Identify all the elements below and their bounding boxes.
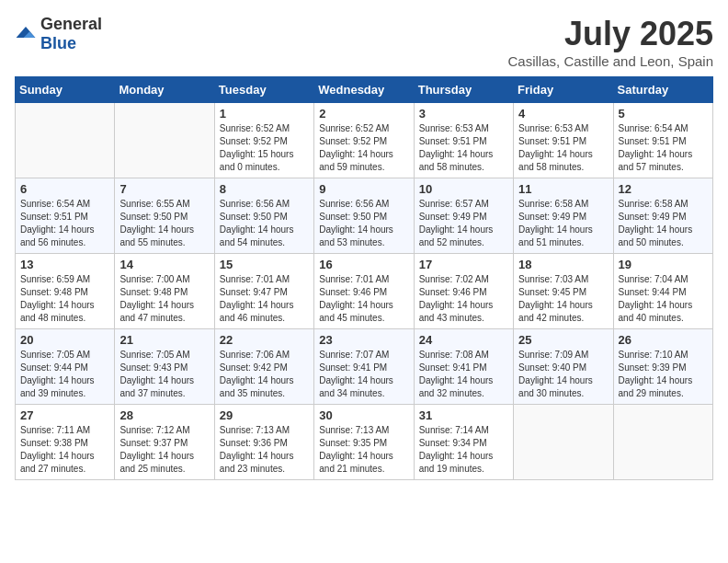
calendar-cell: 27Sunrise: 7:11 AMSunset: 9:38 PMDayligh… [16, 405, 115, 480]
day-info: Sunrise: 6:57 AMSunset: 9:49 PMDaylight:… [419, 198, 508, 249]
logo: General Blue [15, 15, 102, 53]
calendar-cell: 10Sunrise: 6:57 AMSunset: 9:49 PMDayligh… [414, 178, 513, 254]
calendar-cell: 18Sunrise: 7:03 AMSunset: 9:45 PMDayligh… [514, 254, 613, 329]
col-header-tuesday: Tuesday [214, 77, 313, 103]
day-info: Sunrise: 7:02 AMSunset: 9:46 PMDaylight:… [419, 273, 508, 325]
calendar-table: SundayMondayTuesdayWednesdayThursdayFrid… [15, 76, 713, 480]
calendar-cell: 25Sunrise: 7:09 AMSunset: 9:40 PMDayligh… [514, 329, 613, 405]
calendar-cell: 24Sunrise: 7:08 AMSunset: 9:41 PMDayligh… [414, 329, 513, 405]
day-number: 30 [319, 408, 408, 422]
calendar-cell: 16Sunrise: 7:01 AMSunset: 9:46 PMDayligh… [314, 254, 414, 329]
col-header-saturday: Saturday [613, 77, 712, 103]
calendar-cell: 26Sunrise: 7:10 AMSunset: 9:39 PMDayligh… [613, 329, 712, 405]
day-info: Sunrise: 7:08 AMSunset: 9:41 PMDaylight:… [419, 349, 508, 400]
calendar-week-row: 20Sunrise: 7:05 AMSunset: 9:44 PMDayligh… [16, 329, 713, 405]
calendar-header-row: SundayMondayTuesdayWednesdayThursdayFrid… [16, 77, 713, 103]
calendar-cell: 23Sunrise: 7:07 AMSunset: 9:41 PMDayligh… [314, 329, 414, 405]
calendar-week-row: 6Sunrise: 6:54 AMSunset: 9:51 PMDaylight… [16, 178, 713, 254]
day-number: 14 [119, 258, 209, 271]
col-header-wednesday: Wednesday [314, 77, 414, 103]
calendar-cell: 5Sunrise: 6:54 AMSunset: 9:51 PMDaylight… [613, 103, 712, 178]
day-info: Sunrise: 7:14 AMSunset: 9:34 PMDaylight:… [419, 424, 508, 476]
calendar-cell: 9Sunrise: 6:56 AMSunset: 9:50 PMDaylight… [314, 178, 414, 254]
title-block: July 2025 Casillas, Castille and Leon, S… [508, 15, 713, 69]
logo-blue: Blue [40, 34, 76, 52]
calendar-cell: 17Sunrise: 7:02 AMSunset: 9:46 PMDayligh… [414, 254, 513, 329]
day-number: 1 [220, 107, 309, 121]
day-number: 16 [319, 258, 408, 271]
day-number: 29 [220, 408, 309, 422]
calendar-cell: 21Sunrise: 7:05 AMSunset: 9:43 PMDayligh… [115, 329, 214, 405]
calendar-cell [16, 103, 115, 178]
day-info: Sunrise: 7:12 AMSunset: 9:37 PMDaylight:… [119, 424, 209, 476]
calendar-cell: 2Sunrise: 6:52 AMSunset: 9:52 PMDaylight… [314, 103, 414, 178]
day-info: Sunrise: 7:01 AMSunset: 9:46 PMDaylight:… [319, 273, 408, 325]
day-number: 24 [419, 333, 508, 347]
day-info: Sunrise: 6:56 AMSunset: 9:50 PMDaylight:… [220, 198, 309, 249]
day-info: Sunrise: 7:04 AMSunset: 9:44 PMDaylight:… [619, 273, 708, 325]
day-number: 25 [518, 333, 608, 347]
day-info: Sunrise: 6:58 AMSunset: 9:49 PMDaylight:… [518, 198, 608, 249]
day-number: 11 [518, 182, 608, 196]
calendar-cell: 30Sunrise: 7:13 AMSunset: 9:35 PMDayligh… [314, 405, 414, 480]
calendar-week-row: 27Sunrise: 7:11 AMSunset: 9:38 PMDayligh… [16, 405, 713, 480]
day-number: 21 [119, 333, 209, 347]
day-number: 27 [20, 408, 109, 422]
day-info: Sunrise: 7:00 AMSunset: 9:48 PMDaylight:… [119, 273, 209, 325]
day-info: Sunrise: 6:54 AMSunset: 9:51 PMDaylight:… [619, 122, 708, 174]
calendar-cell: 12Sunrise: 6:58 AMSunset: 9:49 PMDayligh… [613, 178, 712, 254]
logo-icon [15, 23, 37, 45]
day-number: 19 [619, 258, 708, 271]
day-info: Sunrise: 7:13 AMSunset: 9:36 PMDaylight:… [220, 424, 309, 476]
day-number: 17 [419, 258, 508, 271]
calendar-cell: 19Sunrise: 7:04 AMSunset: 9:44 PMDayligh… [613, 254, 712, 329]
day-number: 7 [119, 182, 209, 196]
day-info: Sunrise: 7:01 AMSunset: 9:47 PMDaylight:… [220, 273, 309, 325]
day-info: Sunrise: 7:06 AMSunset: 9:42 PMDaylight:… [220, 349, 309, 400]
calendar-cell: 11Sunrise: 6:58 AMSunset: 9:49 PMDayligh… [514, 178, 613, 254]
day-info: Sunrise: 6:56 AMSunset: 9:50 PMDaylight:… [319, 198, 408, 249]
day-number: 8 [220, 182, 309, 196]
calendar-cell: 1Sunrise: 6:52 AMSunset: 9:52 PMDaylight… [214, 103, 313, 178]
calendar-cell: 8Sunrise: 6:56 AMSunset: 9:50 PMDaylight… [214, 178, 313, 254]
col-header-friday: Friday [514, 77, 613, 103]
calendar-week-row: 13Sunrise: 6:59 AMSunset: 9:48 PMDayligh… [16, 254, 713, 329]
day-info: Sunrise: 7:05 AMSunset: 9:44 PMDaylight:… [20, 349, 109, 400]
calendar-cell: 28Sunrise: 7:12 AMSunset: 9:37 PMDayligh… [115, 405, 214, 480]
day-info: Sunrise: 6:52 AMSunset: 9:52 PMDaylight:… [220, 122, 309, 174]
calendar-week-row: 1Sunrise: 6:52 AMSunset: 9:52 PMDaylight… [16, 103, 713, 178]
calendar-cell: 15Sunrise: 7:01 AMSunset: 9:47 PMDayligh… [214, 254, 313, 329]
day-number: 26 [619, 333, 708, 347]
calendar-cell: 20Sunrise: 7:05 AMSunset: 9:44 PMDayligh… [16, 329, 115, 405]
day-info: Sunrise: 7:05 AMSunset: 9:43 PMDaylight:… [119, 349, 209, 400]
logo-text: General Blue [40, 15, 102, 53]
day-info: Sunrise: 6:52 AMSunset: 9:52 PMDaylight:… [319, 122, 408, 174]
day-number: 2 [319, 107, 408, 121]
day-info: Sunrise: 6:58 AMSunset: 9:49 PMDaylight:… [619, 198, 708, 249]
day-number: 4 [518, 107, 608, 121]
calendar-cell: 14Sunrise: 7:00 AMSunset: 9:48 PMDayligh… [115, 254, 214, 329]
calendar-cell: 3Sunrise: 6:53 AMSunset: 9:51 PMDaylight… [414, 103, 513, 178]
day-info: Sunrise: 7:03 AMSunset: 9:45 PMDaylight:… [518, 273, 608, 325]
logo-general: General [40, 15, 102, 33]
day-number: 6 [20, 182, 109, 196]
calendar-cell: 13Sunrise: 6:59 AMSunset: 9:48 PMDayligh… [16, 254, 115, 329]
calendar-cell [115, 103, 214, 178]
col-header-sunday: Sunday [16, 77, 115, 103]
calendar-cell: 22Sunrise: 7:06 AMSunset: 9:42 PMDayligh… [214, 329, 313, 405]
location-title: Casillas, Castille and Leon, Spain [508, 53, 713, 69]
calendar-cell: 29Sunrise: 7:13 AMSunset: 9:36 PMDayligh… [214, 405, 313, 480]
day-number: 22 [220, 333, 309, 347]
day-info: Sunrise: 6:53 AMSunset: 9:51 PMDaylight:… [419, 122, 508, 174]
calendar-cell: 31Sunrise: 7:14 AMSunset: 9:34 PMDayligh… [414, 405, 513, 480]
calendar-cell [514, 405, 613, 480]
day-number: 28 [119, 408, 209, 422]
day-info: Sunrise: 7:11 AMSunset: 9:38 PMDaylight:… [20, 424, 109, 476]
day-number: 18 [518, 258, 608, 271]
page-header: General Blue July 2025 Casillas, Castill… [15, 15, 713, 69]
calendar-cell [613, 405, 712, 480]
day-number: 13 [20, 258, 109, 271]
day-number: 10 [419, 182, 508, 196]
day-info: Sunrise: 6:54 AMSunset: 9:51 PMDaylight:… [20, 198, 109, 249]
day-number: 20 [20, 333, 109, 347]
